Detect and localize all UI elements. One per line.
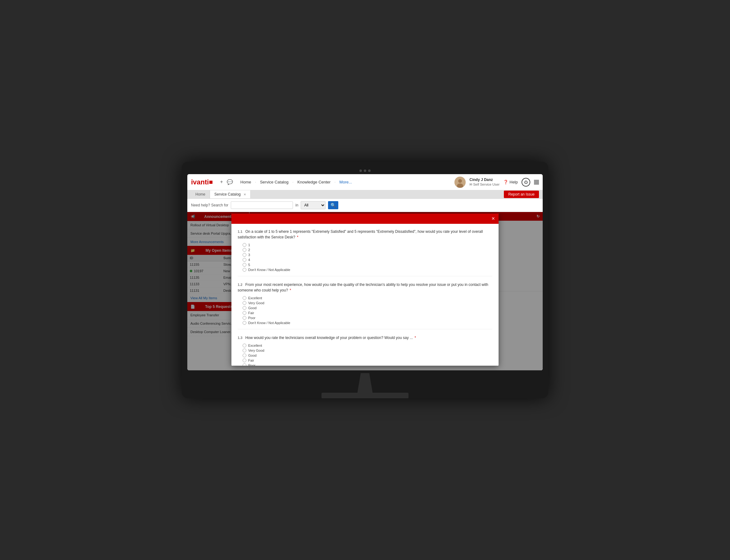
bezel-dot xyxy=(364,169,366,172)
modal-close-button[interactable]: × xyxy=(488,214,499,224)
tab-bar: Home Service Catalog ✕ Report an Issue xyxy=(187,190,543,199)
radio-option[interactable]: Fair xyxy=(242,311,492,315)
search-button[interactable]: 🔍 xyxy=(328,201,338,209)
nav-sep2: · xyxy=(292,179,293,185)
radio-options-2: Excellent Very Good Good Fair Poor Don't… xyxy=(238,296,492,325)
radio-circle xyxy=(242,268,246,272)
nav-service-catalog[interactable]: Service Catalog xyxy=(257,178,291,186)
tabs: Home Service Catalog ✕ xyxy=(191,190,251,198)
radio-option[interactable]: Fair xyxy=(242,359,492,362)
radio-option[interactable]: 5 xyxy=(242,263,492,267)
radio-circle xyxy=(242,248,246,252)
nav-sep3: · xyxy=(334,179,335,185)
question-num-3: 1.3 xyxy=(238,336,242,340)
monitor-bezel-top xyxy=(187,167,543,174)
add-icon[interactable]: + xyxy=(220,179,223,185)
question-text-3: How would you rate the technicians overa… xyxy=(245,336,413,340)
bezel-dot xyxy=(368,169,371,172)
bezel-dot xyxy=(359,169,362,172)
radio-option[interactable]: Very Good xyxy=(242,301,492,305)
radio-circle xyxy=(242,306,246,310)
question-block-2: 1.2 From your most recent experience, ho… xyxy=(238,282,492,329)
radio-circle xyxy=(242,296,246,300)
radio-circle xyxy=(242,359,246,362)
radio-option[interactable]: 3 xyxy=(242,253,492,257)
radio-option[interactable]: Poor xyxy=(242,316,492,320)
logo-area: ivanti xyxy=(191,178,212,186)
report-issue-button[interactable]: Report an Issue xyxy=(504,191,539,198)
app-container: ivanti + 💬 Home · Service Catalog · Know… xyxy=(187,174,543,370)
monitor-footer xyxy=(187,370,543,398)
radio-option[interactable]: Very Good xyxy=(242,349,492,352)
nav-knowledge-center[interactable]: Knowledge Center xyxy=(295,178,333,186)
radio-circle xyxy=(242,258,246,262)
radio-circle xyxy=(242,354,246,357)
help-icon: ❓ xyxy=(503,180,508,184)
nav-home[interactable]: Home xyxy=(238,178,254,186)
nav-sep1: · xyxy=(255,179,256,185)
radio-circle xyxy=(242,321,246,325)
radio-option[interactable]: 2 xyxy=(242,248,492,252)
radio-circle xyxy=(242,311,246,315)
search-input[interactable] xyxy=(231,201,293,209)
modal-header: × xyxy=(231,214,499,224)
tab-service-catalog-label: Service Catalog xyxy=(214,192,241,196)
radio-option[interactable]: Good xyxy=(242,354,492,357)
radio-circle xyxy=(242,263,246,267)
close-tab-icon[interactable]: ✕ xyxy=(243,193,246,196)
radio-options-1: 1 2 3 4 5 Don't Know / Not Applicable xyxy=(238,243,492,272)
survey-modal: × 1.1 On a scale of 1 to 5 where 1 repre… xyxy=(231,214,499,366)
help-button[interactable]: ❓ Help xyxy=(503,180,518,184)
avatar-image xyxy=(455,177,466,188)
question-text-1: On a scale of 1 to 5 where 1 represents … xyxy=(238,229,483,239)
power-button[interactable]: ⏻ xyxy=(522,178,530,187)
modal-body: 1.1 On a scale of 1 to 5 where 1 represe… xyxy=(231,224,499,366)
logo-icon xyxy=(209,181,212,184)
radio-option[interactable]: Excellent xyxy=(242,296,492,300)
user-role: ✉ Self Service User xyxy=(469,182,500,187)
search-bar: Need help? Search for in All 🔍 xyxy=(187,199,543,212)
svg-point-1 xyxy=(458,179,462,183)
required-indicator-1: * xyxy=(297,235,298,239)
search-in-label: in xyxy=(295,203,298,207)
radio-option[interactable]: Poor xyxy=(242,364,492,366)
search-category-select[interactable]: All xyxy=(301,201,325,209)
radio-option[interactable]: 1 xyxy=(242,243,492,247)
radio-circle xyxy=(242,243,246,247)
question-block-1: 1.1 On a scale of 1 to 5 where 1 represe… xyxy=(238,229,492,276)
tab-home-label: Home xyxy=(195,192,205,196)
chat-icon[interactable]: 💬 xyxy=(227,179,233,185)
radio-option[interactable]: Don't Know / Not Applicable xyxy=(242,321,492,325)
required-indicator-3: * xyxy=(415,336,416,340)
radio-option[interactable]: 4 xyxy=(242,258,492,262)
top-nav: ivanti + 💬 Home · Service Catalog · Know… xyxy=(187,174,543,190)
help-label: Help xyxy=(510,180,518,184)
tab-home[interactable]: Home xyxy=(191,190,210,198)
monitor-screen: ivanti + 💬 Home · Service Catalog · Know… xyxy=(187,174,543,370)
radio-options-3: Excellent Very Good Good Fair Poor Don't… xyxy=(238,344,492,366)
nav-more[interactable]: More... xyxy=(337,178,354,186)
user-info: Cindy J Danz ✉ Self Service User xyxy=(469,178,500,187)
nav-icons: + 💬 xyxy=(220,179,233,185)
nav-right: Cindy J Danz ✉ Self Service User ❓ Help … xyxy=(455,177,539,188)
stand-pillar xyxy=(356,373,374,393)
main-content: 📢 Announcements ↻ Rollout of Virtual Des… xyxy=(187,212,543,370)
monitor: ivanti + 💬 Home · Service Catalog · Know… xyxy=(182,162,548,398)
radio-option[interactable]: Don't Know / Not Applicable xyxy=(242,268,492,272)
avatar xyxy=(455,177,466,188)
tab-service-catalog[interactable]: Service Catalog ✕ xyxy=(210,190,251,198)
modal-overlay: × 1.1 On a scale of 1 to 5 where 1 repre… xyxy=(187,212,543,370)
radio-circle xyxy=(242,316,246,320)
stand-foot xyxy=(321,393,409,398)
radio-option[interactable]: Excellent xyxy=(242,344,492,347)
logo: ivanti xyxy=(191,178,209,186)
radio-circle xyxy=(242,301,246,305)
radio-circle xyxy=(242,349,246,352)
question-block-3: 1.3 How would you rate the technicians o… xyxy=(238,335,492,366)
radio-circle xyxy=(242,253,246,257)
nav-links: Home · Service Catalog · Knowledge Cente… xyxy=(238,178,450,186)
search-label: Need help? Search for xyxy=(191,203,228,207)
scroll-up-button[interactable] xyxy=(534,180,539,185)
question-num-1: 1.1 xyxy=(238,230,242,233)
radio-option[interactable]: Good xyxy=(242,306,492,310)
